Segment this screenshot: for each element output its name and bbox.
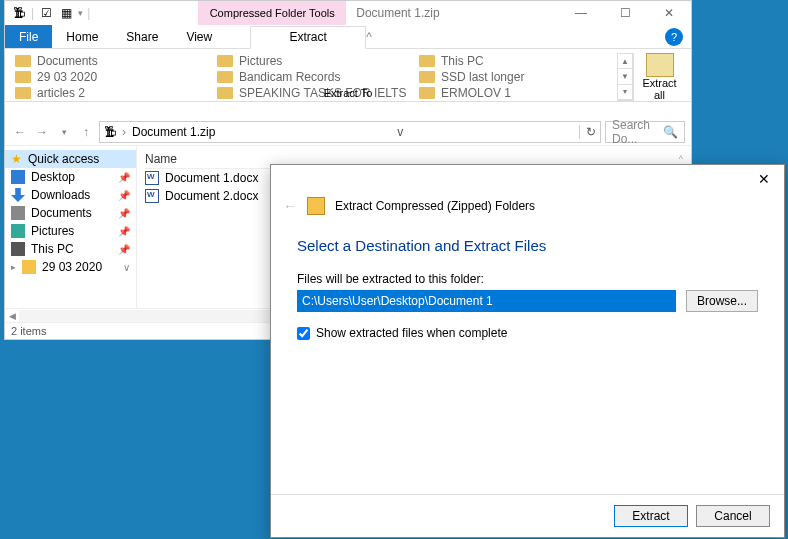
folder-icon <box>217 71 233 83</box>
folder-icon <box>419 71 435 83</box>
tab-extract[interactable]: Extract <box>250 26 366 49</box>
dialog-heading: Select a Destination and Extract Files <box>297 237 758 254</box>
dest-item[interactable]: This PC <box>415 53 617 69</box>
star-icon: ★ <box>11 152 22 166</box>
dest-item[interactable]: Bandicam Records <box>213 69 415 85</box>
folder-icon <box>15 55 31 67</box>
nav-item[interactable]: Desktop📌 <box>5 168 136 186</box>
dialog-titlebar: ✕ <box>271 165 784 193</box>
header-label: Name <box>145 152 177 166</box>
dest-item[interactable]: Pictures <box>213 53 415 69</box>
dest-item[interactable]: 29 03 2020 <box>11 69 213 85</box>
nav-item[interactable]: This PC📌 <box>5 240 136 258</box>
newfolder-icon[interactable]: ▦ <box>58 5 74 21</box>
archive-icon: 🗜 <box>104 125 116 139</box>
dialog-close-button[interactable]: ✕ <box>744 165 784 193</box>
downloads-icon <box>11 188 25 202</box>
documents-icon <box>11 206 25 220</box>
address-path[interactable]: 🗜 › Document 1.zip v ↻ <box>99 121 601 143</box>
dialog-folder-label: Files will be extracted to this folder: <box>297 272 758 286</box>
nav-label: Pictures <box>31 224 74 238</box>
back-arrow-icon[interactable]: ← <box>283 198 297 214</box>
nav-pane: ★ Quick access Desktop📌 Downloads📌 Docum… <box>5 146 137 308</box>
cancel-button[interactable]: Cancel <box>696 505 770 527</box>
nav-item[interactable]: Documents📌 <box>5 204 136 222</box>
dialog-header: ← Extract Compressed (Zipped) Folders <box>271 193 784 219</box>
dest-item[interactable]: SSD last longer <box>415 69 617 85</box>
maximize-button[interactable]: ☐ <box>603 1 647 25</box>
nav-item[interactable]: ▸29 03 2020∨ <box>5 258 136 276</box>
divider: | <box>31 6 34 20</box>
scroll-left-icon[interactable]: ◀ <box>5 311 19 321</box>
pin-icon: 📌 <box>118 172 130 183</box>
titlebar: 🗜 | ☑ ▦ ▾ | Compressed Folder Tools Docu… <box>5 1 691 25</box>
search-input[interactable]: Search Do... 🔍 <box>605 121 685 143</box>
checkbox-input[interactable] <box>297 327 310 340</box>
nav-back-button[interactable]: ← <box>11 123 29 141</box>
ribbon-expand-icon[interactable]: ^ <box>366 30 372 44</box>
minimize-button[interactable]: — <box>559 1 603 25</box>
folder-icon <box>22 260 36 274</box>
chevron-right-icon: › <box>122 125 126 139</box>
nav-label: Quick access <box>28 152 99 166</box>
nav-quick-access[interactable]: ★ Quick access <box>5 150 136 168</box>
desktop-icon <box>11 170 25 184</box>
quick-access-toolbar: 🗜 | ☑ ▦ ▾ | <box>5 5 96 21</box>
show-files-checkbox[interactable]: Show extracted files when complete <box>297 326 758 340</box>
app-icon: 🗜 <box>11 5 27 21</box>
properties-icon[interactable]: ☑ <box>38 5 54 21</box>
dest-label: SSD last longer <box>441 70 524 84</box>
help-icon[interactable]: ? <box>665 28 683 46</box>
destination-path-input[interactable]: C:\Users\User\Desktop\Document 1 <box>297 290 676 312</box>
search-icon: 🔍 <box>663 125 678 139</box>
refresh-icon[interactable]: ↻ <box>579 125 596 139</box>
nav-item[interactable]: Downloads📌 <box>5 186 136 204</box>
nav-label: Downloads <box>31 188 90 202</box>
file-name: Document 1.docx <box>165 171 258 185</box>
docx-icon <box>145 171 159 185</box>
pin-icon: 📌 <box>118 244 130 255</box>
path-text: Document 1.zip <box>132 125 215 139</box>
divider: | <box>87 6 90 20</box>
expand-icon[interactable]: ▸ <box>11 262 16 272</box>
dest-label: Pictures <box>239 54 282 68</box>
scroll-up-icon[interactable]: ▲ <box>618 54 632 69</box>
file-name: Document 2.docx <box>165 189 258 203</box>
tab-share[interactable]: Share <box>112 25 172 48</box>
ribbon-group-label: Extract To <box>5 87 691 118</box>
tab-home[interactable]: Home <box>52 25 112 48</box>
qat-dropdown-icon[interactable]: ▾ <box>78 8 83 18</box>
extract-all-icon <box>646 53 674 77</box>
dialog-body: Select a Destination and Extract Files F… <box>271 219 784 494</box>
contextual-tab[interactable]: Compressed Folder Tools <box>198 1 346 25</box>
tab-file[interactable]: File <box>5 25 52 48</box>
dest-item[interactable]: Documents <box>11 53 213 69</box>
extract-dialog: ✕ ← Extract Compressed (Zipped) Folders … <box>270 164 785 538</box>
nav-label: This PC <box>31 242 74 256</box>
sort-icon: ^ <box>679 154 683 164</box>
scroll-down-icon[interactable]: ▼ <box>618 69 632 84</box>
window-controls: — ☐ ✕ <box>559 1 691 25</box>
dest-label: 29 03 2020 <box>37 70 97 84</box>
dialog-footer: Extract Cancel <box>271 494 784 537</box>
chevron-down-icon[interactable]: ∨ <box>123 262 130 273</box>
pin-icon: 📌 <box>118 190 130 201</box>
nav-label: Desktop <box>31 170 75 184</box>
checkbox-label: Show extracted files when complete <box>316 326 507 340</box>
nav-label: 29 03 2020 <box>42 260 102 274</box>
zip-icon <box>307 197 325 215</box>
extract-button[interactable]: Extract <box>614 505 688 527</box>
tab-view[interactable]: View <box>172 25 226 48</box>
address-dropdown-icon[interactable]: v <box>391 125 403 139</box>
pin-icon: 📌 <box>118 226 130 237</box>
folder-icon <box>217 55 233 67</box>
pictures-icon <box>11 224 25 238</box>
nav-item[interactable]: Pictures📌 <box>5 222 136 240</box>
nav-up-button[interactable]: ↑ <box>77 123 95 141</box>
nav-forward-button[interactable]: → <box>33 123 51 141</box>
browse-button[interactable]: Browse... <box>686 290 758 312</box>
dest-label: This PC <box>441 54 484 68</box>
close-button[interactable]: ✕ <box>647 1 691 25</box>
nav-history-icon[interactable]: ▾ <box>55 123 73 141</box>
dest-label: Bandicam Records <box>239 70 340 84</box>
